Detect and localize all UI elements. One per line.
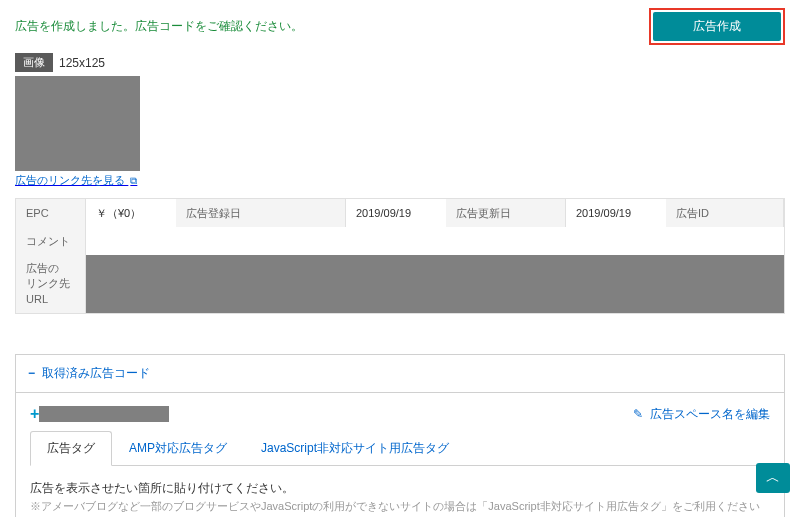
label-ad-id: 広告ID [666, 199, 784, 227]
code-instruction: 広告を表示させたい箇所に貼り付けてください。 [30, 480, 770, 497]
ad-link-preview[interactable]: 広告のリンク先を見る ⧉ [15, 173, 137, 187]
code-note: ※アメーバブログなど一部のブログサービスやJavaScriptの利用ができないサ… [30, 499, 770, 514]
table-row: コメント [16, 227, 784, 255]
ad-link-preview-text: 広告のリンク先を見る [15, 174, 125, 186]
tab-ad-tag[interactable]: 広告タグ [30, 431, 112, 466]
code-section-toggle[interactable]: − 取得済み広告コード [28, 366, 150, 380]
value-comment [86, 227, 784, 255]
external-link-icon: ⧉ [130, 175, 137, 186]
ad-preview-area: 画像 125x125 広告のリンク先を見る ⧉ [15, 53, 785, 188]
code-section-title: 取得済み広告コード [42, 366, 150, 380]
pencil-icon: ✎ [633, 407, 643, 421]
code-tabs: 広告タグ AMP対応広告タグ JavaScript非対応サイト用広告タグ [30, 431, 770, 466]
table-row: 広告の リンク先URL [16, 255, 784, 313]
code-section-header[interactable]: − 取得済み広告コード [16, 355, 784, 393]
ad-thumbnail [15, 76, 140, 171]
create-ad-button[interactable]: 広告作成 [653, 12, 781, 41]
redacted-url-bar [86, 255, 784, 313]
ad-space-row: + ✎ 広告スペース名を編集 [30, 405, 770, 423]
label-upd-date: 広告更新日 [446, 199, 566, 227]
edit-space-name-text: 広告スペース名を編集 [650, 407, 770, 421]
ad-code-section: − 取得済み広告コード + ✎ 広告スペース名を編集 広告タグ AMP対応広告タ… [15, 354, 785, 517]
success-message: 広告を作成しました。広告コードをご確認ください。 [15, 18, 303, 35]
ad-dimensions: 125x125 [59, 56, 105, 70]
label-comment: コメント [16, 227, 86, 255]
ad-info-table: EPC ￥（¥0） 広告登録日 2019/09/19 広告更新日 2019/09… [15, 198, 785, 314]
label-epc: EPC [16, 199, 86, 227]
create-button-highlight: 広告作成 [649, 8, 785, 45]
value-upd-date: 2019/09/19 [566, 199, 666, 227]
tab-amp-tag[interactable]: AMP対応広告タグ [112, 431, 244, 466]
scroll-to-top-button[interactable]: ︿ [756, 463, 790, 493]
edit-space-name-link[interactable]: ✎ 広告スペース名を編集 [633, 406, 770, 423]
chevron-up-icon: ︿ [766, 469, 780, 487]
ad-type-badge: 画像 [15, 53, 53, 72]
table-row: EPC ￥（¥0） 広告登録日 2019/09/19 広告更新日 2019/09… [16, 199, 784, 227]
plus-icon: + [30, 405, 39, 423]
top-bar: 広告を作成しました。広告コードをご確認ください。 広告作成 [15, 8, 785, 45]
value-link-url [86, 255, 784, 313]
collapse-icon: − [28, 366, 35, 380]
label-reg-date: 広告登録日 [176, 199, 346, 227]
value-reg-date: 2019/09/19 [346, 199, 446, 227]
value-epc: ￥（¥0） [86, 199, 176, 227]
ad-space-name-redacted [39, 406, 169, 422]
label-link-url: 広告の リンク先URL [16, 255, 86, 313]
tab-nojs-tag[interactable]: JavaScript非対応サイト用広告タグ [244, 431, 466, 466]
code-section-body: + ✎ 広告スペース名を編集 広告タグ AMP対応広告タグ JavaScript… [16, 393, 784, 517]
